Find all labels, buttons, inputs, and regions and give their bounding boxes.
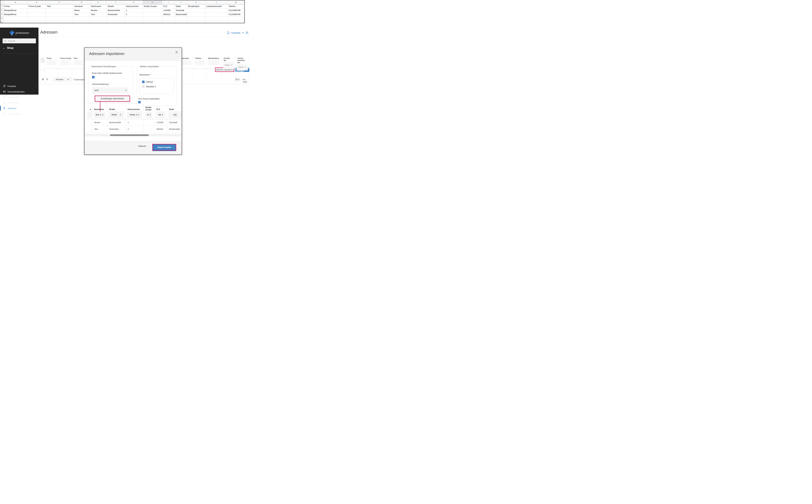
sheet-cell[interactable]: Tina — [73, 13, 90, 17]
client-option-default[interactable]: ✓ Default — [142, 81, 173, 83]
sheet-cell[interactable] — [205, 9, 228, 13]
sheet-cell[interactable] — [28, 17, 46, 21]
sheet-cell[interactable] — [205, 13, 228, 17]
sheet-col-header[interactable]: E — [90, 0, 107, 5]
column-filter-input[interactable] — [46, 60, 57, 65]
sheet-cell[interactable] — [205, 17, 228, 21]
select-all-checkbox[interactable] — [41, 58, 44, 63]
sheet-cell[interactable] — [3, 21, 28, 23]
sheet-cell[interactable] — [107, 21, 125, 23]
sheet-col-header[interactable]: M — [228, 0, 244, 5]
sheet-cell[interactable] — [125, 17, 142, 21]
chevron-left-icon[interactable]: ‹ — [36, 85, 37, 87]
sheet-col-header[interactable]: I — [162, 0, 175, 5]
sheet-col-header[interactable]: K — [187, 0, 205, 5]
sheet-col-header[interactable]: A — [3, 0, 28, 5]
sheet-cell[interactable]: Nachname — [90, 5, 107, 9]
mapping-select[interactable]: street_n — [127, 111, 142, 118]
sheet-cell[interactable]: Teststadt — [175, 9, 187, 13]
cancel-button[interactable]: Abbruch — [138, 145, 146, 147]
chip-close-icon[interactable]: ✕ — [231, 64, 233, 66]
sheet-cell[interactable] — [205, 21, 228, 23]
sheet-cell[interactable]: 0123456790 — [228, 13, 244, 17]
sheet-row-number[interactable]: 1 — [0, 5, 3, 9]
sheet-cell[interactable] — [46, 17, 73, 21]
search-input[interactable] — [8, 40, 33, 42]
sheet-cell[interactable] — [73, 21, 90, 23]
sheet-cell[interactable] — [142, 17, 162, 21]
mapping-select[interactable]: zip — [156, 111, 165, 118]
scrollbar-thumb[interactable] — [110, 134, 149, 136]
sheet-cell[interactable] — [28, 13, 46, 17]
sheet-cell[interactable] — [28, 9, 46, 13]
chip-close-icon[interactable]: ✕ — [245, 66, 246, 68]
sheet-cell[interactable] — [142, 9, 162, 13]
column-filter-input[interactable] — [60, 60, 70, 65]
sheet-cell[interactable]: Musterstraße — [107, 9, 125, 13]
sidebar-item-shop-content[interactable]: Shop Content — [0, 111, 38, 117]
sheet-cell[interactable]: Landeskennzahl — [205, 5, 228, 9]
sheet-row-number[interactable]: 5 — [0, 21, 3, 23]
sheet-cell[interactable]: Musterstadt — [175, 13, 187, 17]
column-filter-input[interactable] — [74, 60, 82, 65]
sheet-cell[interactable]: Titel — [46, 5, 73, 9]
sheet-row-number[interactable]: 2 — [0, 9, 3, 13]
sheet-cell[interactable] — [187, 21, 205, 23]
sheet-cell[interactable]: Stadt — [175, 5, 187, 9]
sheet-cell[interactable] — [46, 21, 73, 23]
apply-settings-button[interactable]: Einstellungen übernehmen — [95, 96, 130, 102]
sheet-cell[interactable] — [107, 17, 125, 21]
sheet-cell[interactable]: Beispielfirma — [3, 9, 28, 13]
sheet-cell[interactable]: 0123456789 — [228, 9, 244, 13]
sidebar-item-adressen[interactable]: Adressen — [0, 105, 38, 111]
sheet-col-header[interactable]: G — [125, 0, 142, 5]
sheet-cell[interactable] — [3, 17, 28, 21]
sheet-cell[interactable]: 654321 — [162, 13, 175, 17]
mapping-select[interactable]: street — [108, 111, 124, 118]
sheet-col-header[interactable]: D — [73, 0, 90, 5]
sheet-cell[interactable] — [125, 21, 142, 23]
sheet-cell[interactable] — [187, 13, 205, 17]
mapping-select[interactable]: st — [145, 111, 152, 118]
sheet-cell[interactable] — [228, 17, 244, 21]
editable-by-user-checkbox[interactable]: ✓ — [138, 101, 141, 103]
horizontal-scrollbar[interactable] — [85, 134, 181, 136]
sidebar-item-produkte[interactable]: Produkte ‹ — [0, 83, 38, 89]
sort-desc-icon[interactable]: ↓ — [233, 57, 234, 60]
sidebar-item-bestellungen[interactable]: Bestellungen — [0, 94, 38, 100]
sheet-cell[interactable] — [187, 17, 205, 21]
sheet-cell[interactable] — [162, 17, 175, 21]
close-icon[interactable]: ✕ — [175, 50, 178, 55]
sheet-cell[interactable]: Telefon — [228, 5, 244, 9]
sheet-col-header[interactable]: L — [205, 0, 228, 5]
sheet-cell[interactable] — [73, 17, 90, 21]
sheet-cell[interactable]: Muster — [90, 9, 107, 13]
encoding-select[interactable]: utf-8 — [92, 87, 128, 93]
chevron-down-icon[interactable] — [242, 32, 244, 33]
sheet-cell[interactable]: 2 — [125, 13, 142, 17]
sheet-col-header[interactable]: J — [175, 0, 187, 5]
sheet-cell[interactable]: Teststraße — [107, 13, 125, 17]
sidebar-back-shop[interactable]: ← Shop — [3, 46, 13, 50]
mapping-select[interactable] — [87, 111, 92, 118]
sheet-row-number[interactable]: 3 — [0, 13, 3, 17]
sheet-cell[interactable]: Straße Zusatz — [142, 5, 162, 9]
sheet-cell[interactable]: Test — [90, 13, 107, 17]
client-option-mandant1[interactable]: Mandant 1 — [142, 85, 173, 88]
user-name[interactable]: Franziska — [232, 32, 240, 34]
sheet-col-header[interactable]: C — [46, 0, 73, 5]
sheet-cell[interactable] — [142, 13, 162, 17]
sheet-cell[interactable]: 1 — [125, 9, 142, 13]
sheet-cell[interactable]: Straße — [107, 5, 125, 9]
mapping-select[interactable]: city — [168, 111, 181, 118]
date-filter-chip[interactable]: Datum✕ — [237, 64, 248, 70]
sheet-cell[interactable]: Bundesland — [187, 5, 205, 9]
sheet-corner-cell[interactable] — [0, 0, 3, 5]
sheet-cell[interactable] — [175, 17, 187, 21]
sheet-cell[interactable] — [46, 13, 73, 17]
checked-checkbox[interactable]: ✓ — [142, 81, 144, 83]
sheet-col-header[interactable]: B — [28, 0, 46, 5]
sheet-cell[interactable] — [90, 17, 107, 21]
sheet-col-header-selected[interactable]: H — [142, 0, 162, 5]
column-filter-input[interactable] — [195, 60, 205, 65]
